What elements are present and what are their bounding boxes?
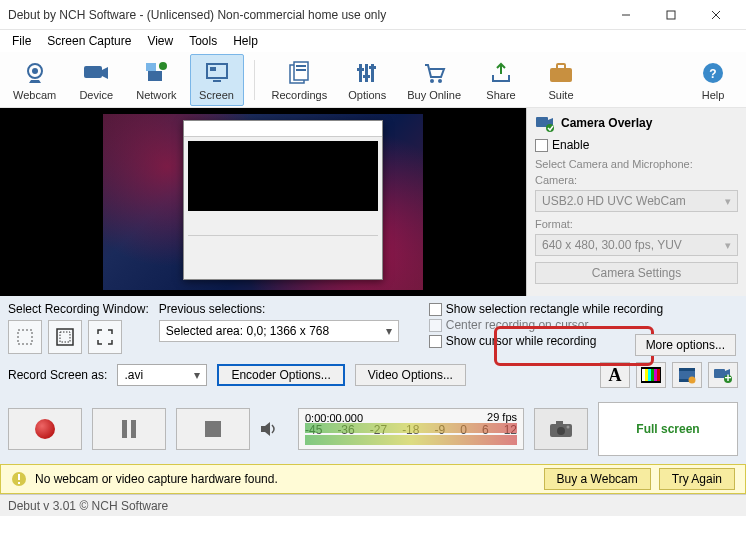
svg-rect-45 <box>714 369 725 378</box>
suite-icon <box>547 59 575 87</box>
svg-rect-42 <box>679 368 695 371</box>
fps-label: 29 fps <box>487 411 517 423</box>
color-adjust-button[interactable] <box>636 362 666 388</box>
select-cam-mic-label: Select Camera and Microphone: <box>535 158 738 170</box>
share-icon <box>487 59 515 87</box>
encoder-band: Record Screen as: .avi Encoder Options..… <box>0 356 746 394</box>
fullscreen-button[interactable]: Full screen <box>598 402 738 456</box>
camera-overlay-button[interactable]: + <box>708 362 738 388</box>
svg-rect-6 <box>84 66 102 78</box>
camera-combo[interactable]: USB2.0 HD UVC WebCam <box>535 190 738 212</box>
menu-view[interactable]: View <box>141 32 179 50</box>
watermark-button[interactable] <box>672 362 702 388</box>
camera-overlay-title: Camera Overlay <box>561 116 652 130</box>
video-options-button[interactable]: Video Options... <box>355 364 466 386</box>
format-combo[interactable]: 640 x 480, 30.00 fps, YUV <box>535 234 738 256</box>
camera-overlay-icon <box>535 114 555 132</box>
try-again-button[interactable]: Try Again <box>659 468 735 490</box>
screen-button[interactable]: Screen <box>190 54 244 106</box>
options-icon <box>353 59 381 87</box>
minimize-button[interactable] <box>603 1 648 29</box>
svg-rect-50 <box>205 421 221 437</box>
svg-rect-8 <box>146 63 156 71</box>
text-overlay-button[interactable]: A <box>600 362 630 388</box>
options-button[interactable]: Options <box>340 54 394 106</box>
device-button[interactable]: Device <box>69 54 123 106</box>
suite-button[interactable]: Suite <box>534 54 588 106</box>
help-icon: ? <box>699 59 727 87</box>
help-button[interactable]: ? Help <box>686 54 740 106</box>
audio-meter: 0:00:00.000 29 fps -45-36-27-18-90612 <box>298 408 524 450</box>
previous-selections-combo[interactable]: Selected area: 0,0; 1366 x 768 <box>159 320 399 342</box>
svg-rect-32 <box>57 329 73 345</box>
warning-bar: No webcam or video capture hardware foun… <box>0 464 746 494</box>
previous-selections-label: Previous selections: <box>159 302 399 316</box>
menu-tools[interactable]: Tools <box>183 32 223 50</box>
share-button[interactable]: Share <box>474 54 528 106</box>
camera-settings-button[interactable]: Camera Settings <box>535 262 738 284</box>
svg-rect-17 <box>359 64 362 82</box>
svg-text:+: + <box>724 371 731 384</box>
text-icon: A <box>609 365 622 386</box>
stop-button[interactable] <box>176 408 250 450</box>
control-band: 0:00:00.000 29 fps -45-36-27-18-90612 Fu… <box>0 394 746 464</box>
menu-help[interactable]: Help <box>227 32 264 50</box>
select-fullscreen-button[interactable] <box>88 320 122 354</box>
svg-rect-25 <box>550 68 572 82</box>
svg-rect-39 <box>654 369 657 381</box>
camera-overlay-panel: Camera Overlay Enable Select Camera and … <box>526 108 746 296</box>
close-button[interactable] <box>693 1 738 29</box>
center-cursor-label: Center recording on cursor <box>446 318 589 332</box>
svg-rect-38 <box>651 369 654 381</box>
pause-button[interactable] <box>92 408 166 450</box>
show-selection-label: Show selection rectangle while recording <box>446 302 663 316</box>
svg-point-23 <box>430 79 434 83</box>
svg-rect-36 <box>645 369 648 381</box>
center-cursor-checkbox[interactable] <box>429 319 442 332</box>
select-recording-window-label: Select Recording Window: <box>8 302 149 316</box>
warning-text: No webcam or video capture hardware foun… <box>35 472 278 486</box>
buy-online-button[interactable]: Buy Online <box>400 54 468 106</box>
menu-screen-capture[interactable]: Screen Capture <box>41 32 137 50</box>
svg-point-54 <box>567 426 570 429</box>
cart-icon <box>420 59 448 87</box>
select-rectangle-button[interactable] <box>8 320 42 354</box>
recordings-icon <box>285 59 313 87</box>
show-selection-checkbox[interactable] <box>429 303 442 316</box>
enable-overlay-checkbox[interactable] <box>535 139 548 152</box>
webcam-button[interactable]: Webcam <box>6 54 63 106</box>
svg-rect-22 <box>369 66 376 69</box>
snapshot-button[interactable] <box>534 408 588 450</box>
encoder-options-button[interactable]: Encoder Options... <box>217 364 344 386</box>
maximize-button[interactable] <box>648 1 693 29</box>
recordings-button[interactable]: Recordings <box>265 54 335 106</box>
menu-file[interactable]: File <box>6 32 37 50</box>
more-options-button[interactable]: More options... <box>635 334 736 356</box>
svg-rect-57 <box>18 482 20 484</box>
network-button[interactable]: Network <box>129 54 183 106</box>
svg-rect-15 <box>296 65 306 67</box>
svg-rect-11 <box>210 67 216 71</box>
pause-icon <box>121 420 137 438</box>
svg-rect-37 <box>648 369 651 381</box>
record-button[interactable] <box>8 408 82 450</box>
svg-point-24 <box>438 79 442 83</box>
screen-icon <box>203 59 231 87</box>
svg-rect-18 <box>365 64 368 82</box>
svg-point-5 <box>32 68 38 74</box>
format-label: Format: <box>535 218 738 230</box>
record-icon <box>35 419 55 439</box>
svg-point-53 <box>557 427 565 435</box>
record-as-label: Record Screen as: <box>8 368 107 382</box>
titlebar: Debut by NCH Software - (Unlicensed) Non… <box>0 0 746 30</box>
buy-webcam-button[interactable]: Buy a Webcam <box>544 468 651 490</box>
svg-rect-56 <box>18 474 20 480</box>
svg-rect-49 <box>131 420 136 438</box>
main-area: Camera Overlay Enable Select Camera and … <box>0 108 746 296</box>
format-select[interactable]: .avi <box>117 364 207 386</box>
svg-rect-40 <box>657 369 660 381</box>
svg-point-44 <box>689 377 696 384</box>
svg-rect-20 <box>357 68 364 71</box>
select-window-button[interactable] <box>48 320 82 354</box>
show-cursor-checkbox[interactable] <box>429 335 442 348</box>
